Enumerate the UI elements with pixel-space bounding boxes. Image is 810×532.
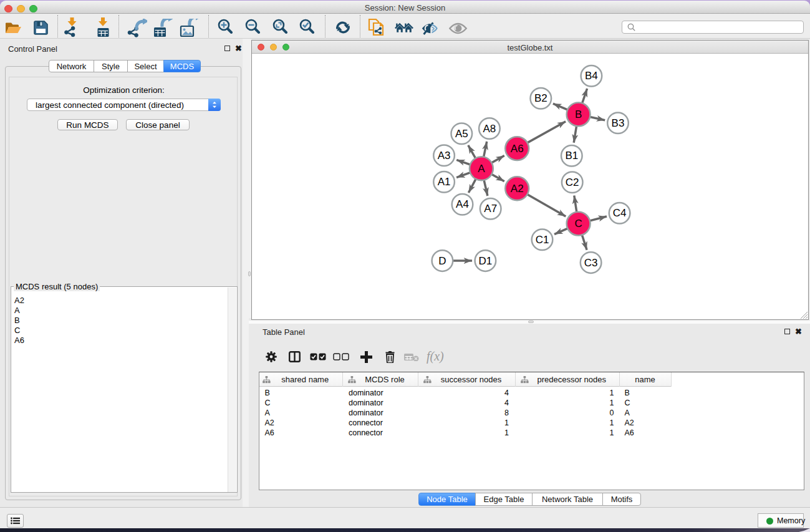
svg-text:A4: A4 xyxy=(456,198,469,210)
svg-text:A3: A3 xyxy=(438,150,451,162)
svg-text:C1: C1 xyxy=(536,234,549,246)
svg-text:D: D xyxy=(438,255,446,267)
svg-text:A6: A6 xyxy=(511,143,524,155)
svg-text:C: C xyxy=(574,218,582,230)
svg-text:D1: D1 xyxy=(479,255,493,267)
svg-text:C4: C4 xyxy=(613,207,627,219)
svg-text:B: B xyxy=(575,109,582,120)
svg-text:A1: A1 xyxy=(438,176,451,188)
svg-text:B3: B3 xyxy=(612,117,625,129)
svg-text:C3: C3 xyxy=(584,257,598,269)
svg-text:A2: A2 xyxy=(511,183,524,195)
svg-text:A5: A5 xyxy=(455,128,468,140)
svg-text:B4: B4 xyxy=(585,70,598,82)
svg-text:A8: A8 xyxy=(483,123,496,135)
svg-text:A7: A7 xyxy=(484,203,497,215)
svg-text:B1: B1 xyxy=(565,150,578,162)
svg-text:C2: C2 xyxy=(566,177,579,188)
svg-text:B2: B2 xyxy=(534,92,547,104)
svg-text:A: A xyxy=(478,163,485,175)
